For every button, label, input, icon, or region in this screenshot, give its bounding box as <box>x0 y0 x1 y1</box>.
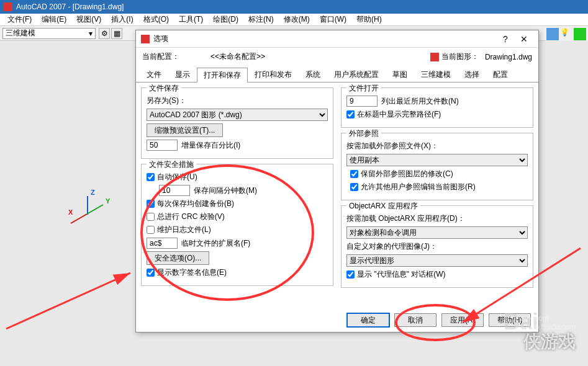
menu-window[interactable]: 窗口(W) <box>315 14 351 25</box>
backup-label: 每次保存均创建备份(B) <box>157 199 234 209</box>
workspace-combo[interactable]: 三维建模 ▾ <box>2 28 96 39</box>
incr-save-label: 增量保存百分比(I) <box>181 140 240 151</box>
menu-view[interactable]: 视图(V) <box>71 14 106 25</box>
proxy-label: 自定义对象的代理图像(J)： <box>346 241 437 252</box>
drawing-label: 当前图形： <box>441 51 485 62</box>
file-open-legend: 文件打开 <box>346 83 381 94</box>
menu-insert[interactable]: 插入(I) <box>106 14 138 25</box>
gear-icon[interactable]: ⚙ <box>99 28 110 39</box>
menu-edit[interactable]: 编辑(E) <box>37 14 71 25</box>
axis-z-label: Z <box>91 189 95 196</box>
tab-3d[interactable]: 三维建模 <box>414 67 458 82</box>
bulb-icon[interactable]: 💡 <box>560 28 572 40</box>
xref-group: 外部参照 按需加载外部参照文件(X)： 使用副本 保留外部参照图层的修改(C) … <box>341 133 533 200</box>
tab-display[interactable]: 显示 <box>168 67 197 82</box>
proxy-select[interactable]: 显示代理图形 <box>346 254 528 267</box>
crc-checkbox[interactable] <box>147 213 155 221</box>
profile-row: 当前配置： <<未命名配置>> 当前图形： Drawing1.dwg <box>136 48 538 66</box>
tool-icon[interactable]: ▦ <box>111 28 122 39</box>
menu-dim[interactable]: 标注(N) <box>243 14 279 25</box>
security-button[interactable]: 安全选项(O)... <box>147 251 209 265</box>
allow-label: 允许其他用户参照编辑当前图形(R) <box>361 182 476 192</box>
ok-button[interactable]: 确定 <box>347 313 389 327</box>
arx-demand-label: 按需加载 ObjectARX 应用程序(D)： <box>346 213 465 224</box>
dialog-title: 选项 <box>153 33 168 44</box>
autosave-label: 自动保存(U) <box>157 172 197 182</box>
menu-help[interactable]: 帮助(H) <box>351 14 387 25</box>
retain-label: 保留外部参照图层的修改(C) <box>361 169 453 179</box>
menubar: 文件(F) 编辑(E) 视图(V) 插入(I) 格式(O) 工具(T) 绘图(D… <box>0 14 588 26</box>
recent-input[interactable] <box>346 96 378 107</box>
tab-plot[interactable]: 打印和发布 <box>248 67 299 82</box>
menu-draw[interactable]: 绘图(D) <box>208 14 243 25</box>
recent-label: 列出最近所用文件数(N) <box>381 96 459 107</box>
file-save-legend: 文件保存 <box>147 83 181 94</box>
backup-checkbox[interactable] <box>147 200 155 208</box>
watermark: xiayx.comjingyan.baidu.com <box>515 314 576 331</box>
right-toolbar: 💡 <box>546 27 588 42</box>
xref-demand-label: 按需加载外部参照文件(X)： <box>346 141 438 151</box>
interval-input[interactable] <box>159 185 190 196</box>
tool-icon-1[interactable] <box>546 28 559 40</box>
tab-file[interactable]: 文件 <box>140 67 168 82</box>
fullpath-label: 在标题中显示完整路径(F) <box>357 109 441 120</box>
arx-demand-select[interactable]: 对象检测和命令调用 <box>346 226 528 239</box>
sig-label: 显示数字签名信息(E) <box>157 267 227 278</box>
titlebar: AutoCAD 2007 - [Drawing1.dwg] <box>0 0 588 14</box>
watermark: 侠游戏 <box>523 330 576 354</box>
cancel-button[interactable]: 取消 <box>394 313 436 327</box>
incr-save-input[interactable] <box>147 140 178 151</box>
menu-tools[interactable]: 工具(T) <box>174 14 208 25</box>
axis-x-label: X <box>68 208 73 216</box>
dialog-titlebar: 选项 ? ✕ <box>136 30 538 48</box>
profile-label: 当前配置： <box>142 51 210 62</box>
ext-input[interactable] <box>147 238 178 249</box>
fullpath-checkbox[interactable] <box>346 110 355 118</box>
title-text: AutoCAD 2007 - [Drawing1.dwg] <box>16 2 124 11</box>
sig-checkbox[interactable] <box>147 269 155 277</box>
allow-checkbox[interactable] <box>350 183 358 191</box>
show-proxy-checkbox[interactable] <box>346 270 355 279</box>
tab-open-save[interactable]: 打开和保存 <box>197 68 248 83</box>
retain-checkbox[interactable] <box>350 170 358 178</box>
xref-demand-select[interactable]: 使用副本 <box>346 154 528 166</box>
file-open-group: 文件打开 列出最近所用文件数(N) 在标题中显示完整路径(F) <box>341 87 533 128</box>
menu-modify[interactable]: 修改(M) <box>279 14 315 25</box>
safety-legend: 文件安全措施 <box>147 159 196 170</box>
axis-y-label: Y <box>106 197 110 205</box>
log-label: 维护日志文件(L) <box>157 225 211 235</box>
log-checkbox[interactable] <box>147 226 155 234</box>
dialog-icon <box>141 35 150 43</box>
tab-user[interactable]: 用户系统配置 <box>327 67 386 82</box>
apply-button[interactable]: 应用(A) <box>441 313 484 327</box>
menu-file[interactable]: 文件(F) <box>2 14 37 25</box>
safety-group: 文件安全措施 自动保存(U) 保存间隔分钟数(M) 每次保存均创建备份(B) 总… <box>141 164 333 286</box>
xref-legend: 外部参照 <box>346 128 381 139</box>
crc-label: 总进行 CRC 校验(V) <box>157 212 225 222</box>
saveas-format[interactable]: AutoCAD 2007 图形 (*.dwg) <box>147 109 328 121</box>
autosave-checkbox[interactable] <box>147 173 155 181</box>
app-icon <box>4 2 12 11</box>
tabs: 文件 显示 打开和保存 打印和发布 系统 用户系统配置 草图 三维建模 选择 配… <box>136 67 538 83</box>
arx-legend: ObjectARX 应用程序 <box>346 201 420 212</box>
ext-label: 临时文件的扩展名(F) <box>181 238 250 249</box>
workspace-value: 三维建模 <box>6 28 35 38</box>
drawing-icon <box>430 53 439 61</box>
show-proxy-label: 显示 "代理信息" 对话框(W) <box>357 269 446 280</box>
tab-system[interactable]: 系统 <box>299 67 327 82</box>
file-save-group: 文件保存 另存为(S)： AutoCAD 2007 图形 (*.dwg) 缩微预… <box>141 87 333 159</box>
help-button[interactable]: ? <box>496 32 515 46</box>
menu-format[interactable]: 格式(O) <box>138 14 174 25</box>
tab-profile[interactable]: 配置 <box>486 67 515 82</box>
thumbnail-button[interactable]: 缩微预览设置(T)... <box>147 123 223 137</box>
chevron-down-icon: ▾ <box>89 29 93 38</box>
options-dialog: 选项 ? ✕ 当前配置： <<未命名配置>> 当前图形： Drawing1.dw… <box>135 30 539 333</box>
tab-draft[interactable]: 草图 <box>386 67 414 82</box>
arx-group: ObjectARX 应用程序 按需加载 ObjectARX 应用程序(D)： 对… <box>341 205 533 288</box>
tab-select[interactable]: 选择 <box>458 67 486 82</box>
interval-label: 保存间隔分钟数(M) <box>194 185 257 196</box>
drawing-value: Drawing1.dwg <box>485 53 532 61</box>
saveas-label: 另存为(S)： <box>147 96 186 106</box>
tool-icon-2[interactable] <box>574 28 586 40</box>
close-button[interactable]: ✕ <box>515 32 533 46</box>
